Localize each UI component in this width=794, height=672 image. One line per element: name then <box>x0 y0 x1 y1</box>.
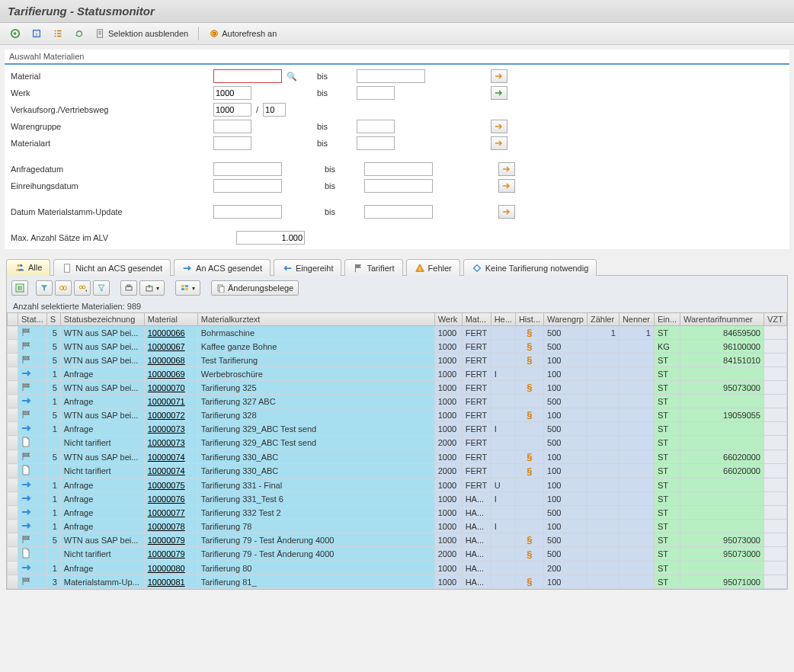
row-selector[interactable] <box>8 492 18 506</box>
einreihung-multiple-button[interactable] <box>498 179 515 193</box>
find-button[interactable] <box>55 280 72 296</box>
update-input[interactable] <box>213 205 282 219</box>
anfragedatum-to-input[interactable] <box>364 162 433 176</box>
select-all-header[interactable] <box>8 313 18 326</box>
col-he[interactable]: He... <box>491 313 515 326</box>
material-cell[interactable]: 10000067 <box>144 340 197 354</box>
material-cell[interactable]: 10000079 <box>144 533 197 547</box>
col-z[interactable]: Zähler <box>587 313 619 326</box>
material-cell[interactable]: 10000073 <box>144 422 197 436</box>
material-input[interactable] <box>213 69 282 83</box>
detail-button[interactable] <box>11 280 28 296</box>
material-cell[interactable]: 10000071 <box>144 395 197 408</box>
table-row[interactable]: Nicht tarifiert10000074Tarifierung 330_A… <box>8 464 787 478</box>
tab-alle[interactable]: Alle <box>6 259 50 276</box>
row-selector[interactable] <box>8 408 18 422</box>
update-to-input[interactable] <box>364 205 433 219</box>
row-selector[interactable] <box>8 326 18 340</box>
row-selector[interactable] <box>8 547 18 562</box>
row-selector[interactable] <box>8 562 18 575</box>
row-selector[interactable] <box>8 520 18 533</box>
refresh-button[interactable] <box>70 26 88 41</box>
search-icon[interactable]: 🔍 <box>287 72 297 82</box>
material-cell[interactable]: 10000075 <box>144 478 197 492</box>
table-row[interactable]: 1Anfrage10000069Werbebroschüre1000FERTI1… <box>8 367 787 381</box>
material-multiple-button[interactable] <box>491 69 507 83</box>
einreihung-to-input[interactable] <box>364 179 433 193</box>
update-multiple-button[interactable] <box>498 205 515 219</box>
material-cell[interactable]: 10000068 <box>144 354 197 367</box>
table-row[interactable]: 5WTN aus SAP bei...10000068Test Tarifier… <box>8 354 787 367</box>
material-cell[interactable]: 10000069 <box>144 367 197 381</box>
tab-nicht-gesendet[interactable]: Nicht an ACS gesendet <box>53 259 171 276</box>
col-s[interactable]: S <box>46 313 60 326</box>
row-selector[interactable] <box>8 340 18 354</box>
warengruppe-to-input[interactable] <box>357 120 395 133</box>
tab-fehler[interactable]: ! Fehler <box>406 259 460 276</box>
layout-button[interactable]: ▾ <box>175 280 200 296</box>
einreihung-input[interactable] <box>213 179 282 193</box>
table-row[interactable]: 1Anfrage10000073Tarifierung 329_ABC Test… <box>8 422 787 436</box>
table-row[interactable]: 1Anfrage10000077Tarifierung 332 Test 210… <box>8 506 787 520</box>
table-row[interactable]: 5WTN aus SAP bei...10000067Kaffee ganze … <box>8 340 787 354</box>
tab-keine[interactable]: Keine Tarifierung notwendig <box>463 259 597 276</box>
werk-to-input[interactable] <box>357 86 395 100</box>
export-button[interactable]: ▾ <box>139 280 165 296</box>
table-row[interactable]: 1Anfrage10000071Tarifierung 327 ABC1000F… <box>8 395 787 408</box>
table-row[interactable]: 1Anfrage10000080Tarifierung 801000HA...2… <box>8 562 787 575</box>
hide-selection-button[interactable]: Selektion ausblenden <box>91 26 192 41</box>
row-selector[interactable] <box>8 381 18 395</box>
material-cell[interactable]: 10000072 <box>144 408 197 422</box>
table-row[interactable]: 1Anfrage10000076Tarifierung 331_Test 610… <box>8 492 787 506</box>
row-selector[interactable] <box>8 506 18 520</box>
tab-tarifiert[interactable]: Tarifiert <box>344 259 402 276</box>
material-cell[interactable]: 10000080 <box>144 562 197 575</box>
material-cell[interactable]: 10000074 <box>144 464 197 478</box>
print-button[interactable] <box>120 280 137 296</box>
col-wg[interactable]: Warengrp <box>544 313 587 326</box>
table-row[interactable]: 5WTN aus SAP bei...10000072Tarifierung 3… <box>8 408 787 422</box>
material-cell[interactable]: 10000070 <box>144 381 197 395</box>
table-row[interactable]: 3Materialstamm-Up...10000081Tarifierung … <box>8 575 787 589</box>
table-row[interactable]: 5WTN aus SAP bei...10000070Tarifierung 3… <box>8 381 787 395</box>
row-selector[interactable] <box>8 478 18 492</box>
anfragedatum-multiple-button[interactable] <box>498 162 515 176</box>
table-row[interactable]: 5WTN aus SAP bei...10000079Tarifierung 7… <box>8 533 787 547</box>
max-input[interactable] <box>236 231 305 245</box>
material-cell[interactable]: 10000078 <box>144 520 197 533</box>
warengruppe-multiple-button[interactable] <box>491 120 507 133</box>
anfragedatum-input[interactable] <box>213 162 282 176</box>
table-row[interactable]: 1Anfrage10000078Tarifierung 781000HA...I… <box>8 520 787 533</box>
autorefresh-button[interactable]: Autorefresh an <box>205 26 280 41</box>
materialart-multiple-button[interactable] <box>491 136 507 150</box>
table-row[interactable]: 5WTN aus SAP bei...10000074Tarifierung 3… <box>8 450 787 464</box>
tab-eingereiht[interactable]: Eingereiht <box>274 259 342 276</box>
info-button[interactable]: i <box>27 26 46 41</box>
row-selector[interactable] <box>8 436 18 450</box>
row-selector[interactable] <box>8 464 18 478</box>
col-material[interactable]: Material <box>144 313 197 326</box>
materialart-to-input[interactable] <box>357 136 395 150</box>
row-selector[interactable] <box>8 450 18 464</box>
find-next-button[interactable]: + <box>74 280 91 296</box>
tab-gesendet[interactable]: An ACS gesendet <box>174 259 271 276</box>
materialart-input[interactable] <box>213 136 251 150</box>
material-to-input[interactable] <box>357 69 425 83</box>
col-mart[interactable]: Mat... <box>462 313 491 326</box>
execute-button[interactable] <box>6 26 24 41</box>
warengruppe-input[interactable] <box>213 120 251 133</box>
col-sb[interactable]: Statusbezeichnung <box>60 313 144 326</box>
material-cell[interactable]: 10000076 <box>144 492 197 506</box>
table-row[interactable]: Nicht tarifiert10000073Tarifierung 329_A… <box>8 436 787 450</box>
col-wtn[interactable]: Warentarifnummer <box>680 313 764 326</box>
vtweg-input[interactable] <box>263 103 286 117</box>
table-row[interactable]: 5WTN aus SAP bei...10000066Bohrmaschine1… <box>8 326 787 340</box>
material-cell[interactable]: 10000079 <box>144 547 197 562</box>
row-selector[interactable] <box>8 354 18 367</box>
col-txt[interactable]: Materialkurztext <box>197 313 434 326</box>
col-vzt[interactable]: VZT <box>764 313 787 326</box>
row-selector[interactable] <box>8 575 18 589</box>
aenderungsbelege-button[interactable]: Änderungsbelege <box>211 280 299 296</box>
material-cell[interactable]: 10000077 <box>144 506 197 520</box>
material-cell[interactable]: 10000081 <box>144 575 197 589</box>
